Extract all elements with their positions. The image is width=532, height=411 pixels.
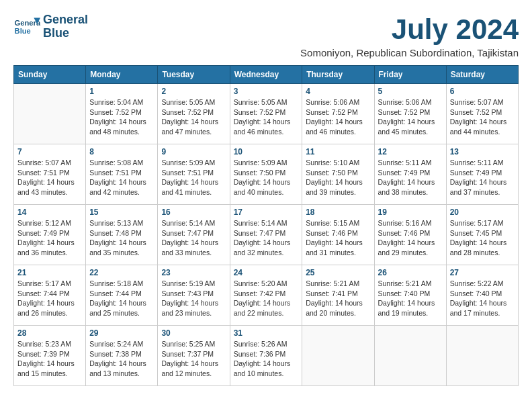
day-info: Sunrise: 5:06 AM Sunset: 7:52 PM Dayligh… [306,97,370,137]
day-info: Sunrise: 5:14 AM Sunset: 7:47 PM Dayligh… [234,218,299,258]
day-number: 27 [450,268,515,277]
day-info: Sunrise: 5:22 AM Sunset: 7:40 PM Dayligh… [450,279,515,318]
day-number: 4 [306,87,370,96]
day-cell: 5Sunrise: 5:06 AM Sunset: 7:52 PM Daylig… [374,84,446,144]
week-row-1: 1Sunrise: 5:04 AM Sunset: 7:52 PM Daylig… [14,84,519,144]
day-info: Sunrise: 5:04 AM Sunset: 7:52 PM Dayligh… [89,97,154,137]
day-number: 13 [450,147,515,156]
day-info: Sunrise: 5:08 AM Sunset: 7:51 PM Dayligh… [89,158,154,197]
day-info: Sunrise: 5:24 AM Sunset: 7:38 PM Dayligh… [89,339,154,379]
day-number: 5 [378,87,443,96]
day-info: Sunrise: 5:21 AM Sunset: 7:40 PM Dayligh… [378,279,443,318]
week-row-2: 7Sunrise: 5:07 AM Sunset: 7:51 PM Daylig… [14,144,519,205]
day-cell: 11Sunrise: 5:10 AM Sunset: 7:50 PM Dayli… [302,144,374,205]
day-info: Sunrise: 5:17 AM Sunset: 7:45 PM Dayligh… [450,218,515,258]
day-number: 26 [378,268,443,277]
day-number: 20 [450,208,515,217]
day-number: 16 [161,208,226,217]
day-number: 2 [161,87,226,96]
day-cell [14,84,86,144]
day-number: 14 [17,208,82,217]
day-number: 23 [161,268,226,277]
day-info: Sunrise: 5:14 AM Sunset: 7:47 PM Dayligh… [161,218,226,258]
day-number: 24 [234,268,299,277]
day-cell: 3Sunrise: 5:05 AM Sunset: 7:52 PM Daylig… [230,84,302,144]
day-cell: 9Sunrise: 5:09 AM Sunset: 7:51 PM Daylig… [158,144,230,205]
day-number: 29 [89,328,154,338]
day-number: 31 [234,328,299,338]
logo-line1: General [43,13,88,27]
column-header-wednesday: Wednesday [230,66,302,84]
day-info: Sunrise: 5:18 AM Sunset: 7:44 PM Dayligh… [89,279,154,318]
page-header: General Blue General Blue July 2024 Somo… [13,13,519,58]
week-row-5: 28Sunrise: 5:23 AM Sunset: 7:39 PM Dayli… [14,326,519,386]
day-cell: 22Sunrise: 5:18 AM Sunset: 7:44 PM Dayli… [86,265,158,326]
day-cell: 14Sunrise: 5:12 AM Sunset: 7:49 PM Dayli… [14,205,86,265]
day-number: 8 [89,147,154,156]
day-number: 10 [234,147,299,156]
day-cell [302,326,374,386]
day-info: Sunrise: 5:07 AM Sunset: 7:52 PM Dayligh… [450,97,515,137]
day-cell: 16Sunrise: 5:14 AM Sunset: 7:47 PM Dayli… [158,205,230,265]
column-header-sunday: Sunday [14,66,86,84]
week-row-3: 14Sunrise: 5:12 AM Sunset: 7:49 PM Dayli… [14,205,519,265]
logo-line2: Blue [43,27,88,40]
calendar-table: SundayMondayTuesdayWednesdayThursdayFrid… [13,65,519,386]
day-info: Sunrise: 5:05 AM Sunset: 7:52 PM Dayligh… [234,97,299,137]
day-info: Sunrise: 5:19 AM Sunset: 7:43 PM Dayligh… [161,279,226,318]
logo-text: General Blue [43,13,88,40]
day-cell: 13Sunrise: 5:11 AM Sunset: 7:49 PM Dayli… [446,144,518,205]
day-cell: 6Sunrise: 5:07 AM Sunset: 7:52 PM Daylig… [446,84,518,144]
day-number: 1 [89,87,154,96]
day-number: 11 [306,147,370,156]
day-number: 18 [306,208,370,217]
location-subtitle: Somoniyon, Republican Subordination, Taj… [300,47,519,58]
day-cell: 29Sunrise: 5:24 AM Sunset: 7:38 PM Dayli… [86,326,158,386]
column-header-thursday: Thursday [302,66,374,84]
day-number: 22 [89,268,154,277]
day-cell: 10Sunrise: 5:09 AM Sunset: 7:50 PM Dayli… [230,144,302,205]
day-info: Sunrise: 5:23 AM Sunset: 7:39 PM Dayligh… [17,339,82,379]
day-info: Sunrise: 5:07 AM Sunset: 7:51 PM Dayligh… [17,158,82,197]
day-info: Sunrise: 5:09 AM Sunset: 7:51 PM Dayligh… [161,158,226,197]
day-number: 9 [161,147,226,156]
day-cell: 21Sunrise: 5:17 AM Sunset: 7:44 PM Dayli… [14,265,86,326]
week-row-4: 21Sunrise: 5:17 AM Sunset: 7:44 PM Dayli… [14,265,519,326]
day-cell: 25Sunrise: 5:21 AM Sunset: 7:41 PM Dayli… [302,265,374,326]
day-number: 30 [161,328,226,338]
day-cell: 17Sunrise: 5:14 AM Sunset: 7:47 PM Dayli… [230,205,302,265]
day-info: Sunrise: 5:06 AM Sunset: 7:52 PM Dayligh… [378,97,443,137]
logo-icon: General Blue [13,13,40,40]
day-cell: 19Sunrise: 5:16 AM Sunset: 7:46 PM Dayli… [374,205,446,265]
day-info: Sunrise: 5:12 AM Sunset: 7:49 PM Dayligh… [17,218,82,258]
day-cell: 23Sunrise: 5:19 AM Sunset: 7:43 PM Dayli… [158,265,230,326]
day-info: Sunrise: 5:17 AM Sunset: 7:44 PM Dayligh… [17,279,82,318]
day-info: Sunrise: 5:20 AM Sunset: 7:42 PM Dayligh… [234,279,299,318]
day-cell: 24Sunrise: 5:20 AM Sunset: 7:42 PM Dayli… [230,265,302,326]
day-info: Sunrise: 5:11 AM Sunset: 7:49 PM Dayligh… [450,158,515,197]
day-info: Sunrise: 5:21 AM Sunset: 7:41 PM Dayligh… [306,279,370,318]
column-header-tuesday: Tuesday [158,66,230,84]
day-info: Sunrise: 5:26 AM Sunset: 7:36 PM Dayligh… [234,339,299,379]
svg-text:Blue: Blue [15,27,31,35]
day-cell: 12Sunrise: 5:11 AM Sunset: 7:49 PM Dayli… [374,144,446,205]
day-cell: 4Sunrise: 5:06 AM Sunset: 7:52 PM Daylig… [302,84,374,144]
day-info: Sunrise: 5:15 AM Sunset: 7:46 PM Dayligh… [306,218,370,258]
title-section: July 2024 Somoniyon, Republican Subordin… [300,13,519,58]
day-cell: 15Sunrise: 5:13 AM Sunset: 7:48 PM Dayli… [86,205,158,265]
day-cell: 20Sunrise: 5:17 AM Sunset: 7:45 PM Dayli… [446,205,518,265]
column-header-friday: Friday [374,66,446,84]
day-info: Sunrise: 5:10 AM Sunset: 7:50 PM Dayligh… [306,158,370,197]
day-cell: 7Sunrise: 5:07 AM Sunset: 7:51 PM Daylig… [14,144,86,205]
column-header-monday: Monday [86,66,158,84]
day-number: 15 [89,208,154,217]
day-cell: 27Sunrise: 5:22 AM Sunset: 7:40 PM Dayli… [446,265,518,326]
day-cell: 26Sunrise: 5:21 AM Sunset: 7:40 PM Dayli… [374,265,446,326]
day-cell: 8Sunrise: 5:08 AM Sunset: 7:51 PM Daylig… [86,144,158,205]
calendar-header-row: SundayMondayTuesdayWednesdayThursdayFrid… [14,66,519,84]
day-cell: 1Sunrise: 5:04 AM Sunset: 7:52 PM Daylig… [86,84,158,144]
day-number: 3 [234,87,299,96]
day-cell [446,326,518,386]
day-number: 12 [378,147,443,156]
day-number: 28 [17,328,82,338]
